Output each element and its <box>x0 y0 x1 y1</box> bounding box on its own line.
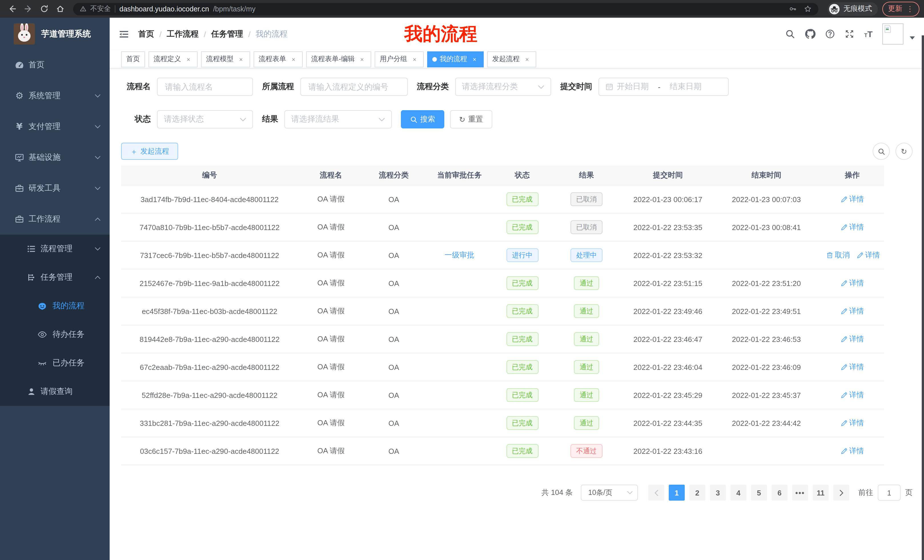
github-icon[interactable] <box>805 28 816 39</box>
scrollbar[interactable] <box>922 35 924 560</box>
page-size-select[interactable]: 10条/页 <box>581 485 638 501</box>
status-select[interactable]: 请选择状态 <box>157 110 253 129</box>
reset-button[interactable]: ↻ 重置 <box>450 110 492 129</box>
logo-image <box>14 23 35 44</box>
sidebar-item-my-process[interactable]: 我的流程 <box>0 292 110 320</box>
pagination: 共 104 条 10条/页 123456•••11 前往 页 <box>121 485 913 501</box>
next-page-button[interactable] <box>833 485 849 501</box>
tab-process-form-edit[interactable]: 流程表单-编辑× <box>306 51 371 67</box>
tab-close-icon[interactable]: × <box>411 55 418 63</box>
incognito-badge: 无痕模式 <box>828 2 878 16</box>
submit-time-range-picker[interactable]: 开始日期 - 结束日期 <box>598 78 729 96</box>
tab-close-icon[interactable]: × <box>358 55 366 63</box>
detail-action-link[interactable]: 详情 <box>841 222 864 232</box>
cell-task: 一级审批 <box>424 241 495 269</box>
sidebar-item-system[interactable]: ⚙系统管理 <box>0 81 110 111</box>
tab-close-icon[interactable]: × <box>237 55 245 63</box>
page-button-3[interactable]: 3 <box>710 485 726 501</box>
bookmark-star-icon[interactable] <box>804 5 812 13</box>
parent-process-input-field[interactable] <box>307 82 401 92</box>
sidebar-item-leave-query[interactable]: 请假查询 <box>0 377 110 406</box>
sidebar-item-workflow[interactable]: 工作流程 <box>0 204 110 235</box>
category-select[interactable]: 请选择流程分类 <box>455 78 551 96</box>
tab-close-icon[interactable]: × <box>290 55 297 63</box>
tab-close-icon[interactable]: × <box>471 55 478 63</box>
tab-start-process[interactable]: 发起流程× <box>487 51 536 67</box>
breadcrumb-item[interactable]: 工作流程 <box>167 29 199 39</box>
breadcrumb-item[interactable]: 首页 <box>138 29 154 39</box>
sidebar-item-process-mgmt[interactable]: 流程管理 <box>0 235 110 263</box>
sidebar-item-devtools[interactable]: 研发工具 <box>0 173 110 204</box>
browser-forward-button[interactable] <box>21 1 35 16</box>
detail-action-link[interactable]: 详情 <box>856 250 880 260</box>
sidebar-item-payment[interactable]: ¥支付管理 <box>0 111 110 142</box>
search-icon[interactable] <box>786 29 795 39</box>
tab-process-model[interactable]: 流程模型× <box>201 51 250 67</box>
browser-update-button[interactable]: 更新 ⋮ <box>882 1 920 16</box>
breadcrumb-item[interactable]: 任务管理 <box>211 29 243 39</box>
detail-action-link[interactable]: 详情 <box>841 278 864 288</box>
password-key-icon[interactable] <box>789 5 796 13</box>
process-name-input-field[interactable] <box>164 82 246 92</box>
user-menu-caret-icon[interactable] <box>910 35 915 40</box>
toggle-search-button[interactable] <box>873 143 890 160</box>
result-select[interactable]: 请选择流结果 <box>284 110 392 129</box>
browser-reload-button[interactable] <box>36 1 51 16</box>
browser-back-button[interactable] <box>4 1 20 16</box>
sidebar-item-label: 系统管理 <box>28 91 60 101</box>
tab-home[interactable]: 首页 <box>121 51 145 67</box>
page-button-2[interactable]: 2 <box>689 485 705 501</box>
address-bar[interactable]: 不安全 dashboard.yudao.iocoder.cn/bpm/task/… <box>73 3 818 15</box>
sidebar-item-todo-tasks[interactable]: 待办任务 <box>0 320 110 349</box>
start-process-button[interactable]: ＋ 发起流程 <box>121 143 178 160</box>
refresh-table-button[interactable]: ↻ <box>896 143 913 160</box>
avatar[interactable] <box>882 23 903 45</box>
tab-process-definition[interactable]: 流程定义× <box>148 51 198 67</box>
page-button-1[interactable]: 1 <box>669 485 685 501</box>
parent-process-input[interactable] <box>300 78 408 96</box>
fullscreen-icon[interactable] <box>845 29 855 39</box>
detail-action-link[interactable]: 详情 <box>841 194 864 204</box>
tab-label: 流程表单-编辑 <box>311 54 355 64</box>
page-content: 流程名 所属流程 流程分类 请选择流程分类 <box>110 69 924 560</box>
process-name-input[interactable] <box>157 78 253 96</box>
tab-user-group[interactable]: 用户分组× <box>375 51 424 67</box>
tab-close-icon[interactable]: × <box>184 55 192 63</box>
cell-task <box>424 297 495 325</box>
page-button-6[interactable]: 6 <box>771 485 788 501</box>
font-size-icon[interactable]: TT <box>864 29 873 39</box>
detail-action-link[interactable]: 详情 <box>841 334 864 344</box>
goto-prefix: 前往 <box>858 488 873 498</box>
detail-action-link[interactable]: 详情 <box>841 306 864 316</box>
detail-action-link[interactable]: 详情 <box>841 418 864 428</box>
help-icon[interactable] <box>825 29 835 39</box>
tab-my-process[interactable]: 我的流程× <box>427 51 484 67</box>
monitor-icon <box>14 153 25 162</box>
cancel-action-link[interactable]: 取消 <box>826 250 850 260</box>
logo-row[interactable]: 芋道管理系统 <box>0 18 110 49</box>
detail-action-link[interactable]: 详情 <box>841 390 864 400</box>
cell-id: 7470a810-7b9b-11ec-b5b7-acde48001122 <box>121 213 298 241</box>
result-label: 结果 <box>262 114 278 124</box>
cell-name: OA 请假 <box>298 353 364 381</box>
tab-process-form[interactable]: 流程表单× <box>254 51 303 67</box>
more-pages-button[interactable]: ••• <box>792 485 808 501</box>
browser-menu-icon[interactable]: ⋮ <box>906 4 914 13</box>
sidebar-item-home[interactable]: 首页 <box>0 49 110 81</box>
current-task-link[interactable]: 一级审批 <box>445 251 474 259</box>
tab-close-icon[interactable]: × <box>523 55 531 63</box>
detail-action-link[interactable]: 详情 <box>841 446 864 456</box>
page-button-4[interactable]: 4 <box>730 485 746 501</box>
page-button-5[interactable]: 5 <box>751 485 767 501</box>
goto-page-input[interactable] <box>878 485 901 501</box>
column-header-end: 结束时间 <box>712 166 820 185</box>
browser-home-button[interactable] <box>52 1 68 16</box>
sidebar-item-done-tasks[interactable]: 已办任务 <box>0 349 110 377</box>
sidebar-collapse-icon[interactable] <box>119 29 129 39</box>
search-button[interactable]: 搜索 <box>401 110 444 129</box>
cell-actions: 详情 <box>820 353 884 381</box>
sidebar-item-task-mgmt[interactable]: 任务管理 <box>0 263 110 292</box>
detail-action-link[interactable]: 详情 <box>841 362 864 372</box>
page-button-11[interactable]: 11 <box>813 485 829 501</box>
sidebar-item-infrastructure[interactable]: 基础设施 <box>0 142 110 173</box>
